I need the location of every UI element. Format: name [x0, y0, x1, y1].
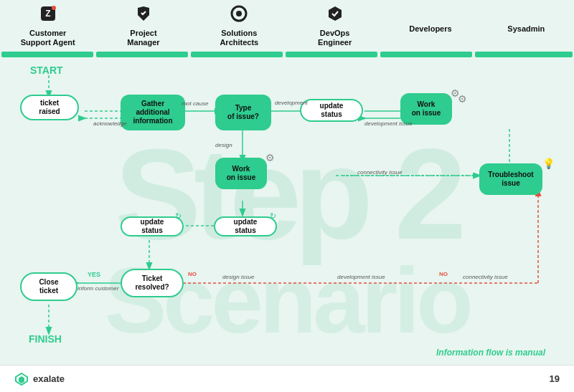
dev-title: Developers	[409, 24, 451, 34]
refresh-icon-2: ↻	[270, 211, 276, 221]
edge-label-root-cause: root cause	[182, 100, 208, 107]
col-header-sys: Sysadmin	[479, 0, 574, 57]
de-icon	[326, 4, 344, 27]
csa-icon: Z	[39, 4, 57, 27]
bulb-icon: 💡	[542, 158, 555, 169]
node-ticket-raised: ticket raised	[20, 95, 79, 120]
edge-label-acknowledge: acknowledge	[93, 120, 127, 127]
node-ticket-resolved: Ticket resolved?	[121, 269, 184, 297]
svg-marker-24	[19, 376, 24, 383]
exalate-logo-icon	[14, 372, 29, 386]
start-label: START	[30, 64, 63, 76]
node-update-status-1: update status	[300, 99, 363, 122]
edge-label-dev-issue: development issue	[364, 120, 413, 127]
edge-label-development: development	[275, 100, 308, 106]
node-troubleshoot: Troubleshoot issue	[479, 163, 542, 195]
info-flow-label: Information flow is manual	[436, 348, 545, 358]
pm-title: Project Manager	[127, 29, 159, 47]
svg-point-4	[236, 11, 242, 16]
edge-label-connectivity: connectivity issue	[357, 169, 403, 176]
edge-label-design-issue: design issue	[222, 274, 254, 280]
edge-label-no-2: NO	[439, 271, 448, 277]
columns-header: Z Customer Support Agent Project Manager…	[0, 0, 574, 57]
edge-label-inform-customer: inform customer	[77, 285, 118, 292]
node-update-status-2: update status	[121, 216, 184, 236]
refresh-icon-1: ↻	[175, 211, 182, 221]
gear-icon-2: ⚙	[458, 93, 467, 105]
col-header-csa: Z Customer Support Agent	[0, 0, 95, 57]
diagram: START ticket raised Gather additional in…	[0, 57, 574, 373]
footer-logo: exalate	[14, 372, 65, 386]
node-update-status-3: update status	[214, 216, 277, 236]
footer-page-number: 19	[550, 373, 560, 384]
node-work-on-issue-2: Work on issue	[215, 158, 267, 189]
edge-label-dev-issue-bottom: development issue	[337, 274, 385, 280]
edge-label-yes: YES	[88, 271, 100, 278]
node-gather-info: Gather additional information	[121, 95, 185, 130]
edge-label-no-1: NO	[188, 271, 197, 277]
edge-label-connectivity-bottom: connectivity issue	[463, 274, 508, 280]
de-title: DevOps Engineer	[318, 29, 352, 47]
node-type-of-issue: Type of issue?	[215, 95, 271, 130]
col-header-sa: Solutions Architects	[192, 0, 287, 57]
footer-logo-text: exalate	[33, 373, 65, 384]
col-header-de: DevOps Engineer	[287, 0, 382, 57]
edge-label-design: design	[215, 142, 232, 148]
csa-title: Customer Support Agent	[21, 29, 75, 47]
col-header-pm: Project Manager	[95, 0, 191, 57]
node-close-ticket: Close ticket	[20, 272, 77, 301]
svg-point-2	[52, 6, 56, 10]
svg-text:Z: Z	[45, 9, 50, 19]
pm-icon	[134, 4, 153, 27]
sa-title: Solutions Architects	[220, 29, 258, 47]
col-header-dev: Developers	[382, 0, 478, 57]
gear-icon-3: ⚙	[265, 152, 275, 163]
footer: exalate 19	[0, 365, 574, 392]
sys-title: Sysadmin	[507, 24, 545, 34]
finish-label: FINISH	[29, 333, 62, 345]
sa-icon	[230, 4, 248, 27]
